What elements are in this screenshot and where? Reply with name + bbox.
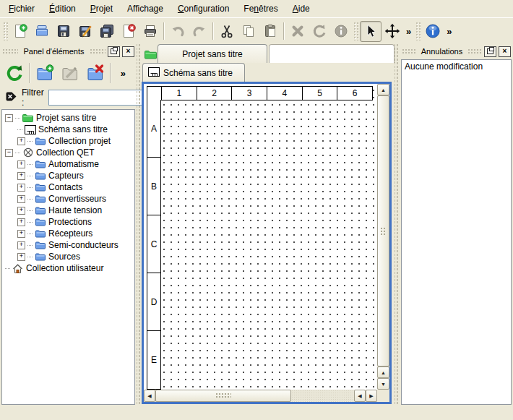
tree-item-contacts[interactable]: + Contacts — [2, 181, 134, 193]
tree-item-capteurs[interactable]: + Capteurs — [2, 170, 134, 181]
tree-item-label: Schéma sans titre — [38, 124, 109, 134]
undo-button[interactable] — [167, 21, 189, 41]
toolbar-drag-handle[interactable] — [353, 22, 358, 40]
toolbar-drag-handle[interactable] — [3, 22, 8, 40]
save-all-button[interactable] — [96, 21, 118, 41]
move-crosshair-icon — [384, 23, 400, 39]
folder-icon — [34, 253, 46, 261]
scroll-left-button[interactable]: ◀ — [354, 390, 366, 402]
vertical-scrollbar[interactable]: ▲ ▲ ▼ — [377, 84, 389, 390]
scroll-left-button[interactable]: ◀ — [144, 390, 155, 402]
copy-button[interactable] — [238, 21, 259, 41]
menu-fenetres[interactable]: Fenêtres — [236, 1, 285, 16]
menu-projet[interactable]: Projet — [83, 1, 120, 16]
about-qet-button[interactable] — [422, 21, 444, 41]
tree-item-haute-tension[interactable]: + Haute tension — [2, 205, 134, 216]
undo-panel-titlebar[interactable]: Annulations × — [400, 45, 513, 58]
tree-item-collection-projet[interactable]: + Collection projet — [2, 135, 134, 147]
undo-panel-dock: Annulations × Aucune modification — [400, 43, 513, 405]
schema-canvas[interactable] — [144, 84, 377, 390]
expand-icon[interactable]: + — [17, 230, 25, 238]
tree-item-projet-sans-titre[interactable]: − Projet sans titre — [2, 112, 134, 124]
dock-close-button[interactable]: × — [499, 46, 511, 57]
new-category-button[interactable] — [34, 62, 56, 84]
ruler-corner — [147, 87, 162, 100]
tree-item-label: Projet sans titre — [36, 113, 98, 123]
cut-button[interactable] — [216, 21, 238, 41]
splitter-right[interactable] — [395, 43, 400, 405]
info-button[interactable] — [330, 21, 352, 41]
menu-configuration[interactable]: Configuration — [171, 1, 236, 16]
menu-fichier[interactable]: Fichier — [1, 1, 42, 16]
vertical-scroll-thumb[interactable] — [377, 95, 389, 367]
tree-item-collection-utilisateur[interactable]: Collection utilisateur — [2, 262, 134, 274]
toolbar-drag-handle[interactable] — [415, 22, 421, 40]
scroll-right-button[interactable]: ▶ — [366, 390, 377, 402]
expand-icon[interactable]: + — [17, 253, 25, 261]
expand-icon[interactable]: + — [17, 172, 25, 180]
elements-panel-titlebar[interactable]: Panel d'éléments × — [0, 45, 137, 58]
close-file-button[interactable] — [118, 21, 139, 41]
expand-icon[interactable]: + — [17, 184, 25, 192]
save-button[interactable] — [53, 21, 74, 41]
tree-guide — [27, 233, 33, 234]
tree-item-semi-conducteurs[interactable]: + Semi-conducteurs — [2, 239, 134, 251]
tree-item-collection-qet[interactable]: − Collection QET — [2, 147, 134, 158]
menu-affichage[interactable]: Affichage — [120, 1, 171, 16]
toolbar-overflow-button[interactable]: » — [444, 26, 454, 37]
expand-icon[interactable]: + — [17, 218, 25, 226]
reload-icon — [5, 64, 24, 82]
folder-icon — [34, 172, 46, 180]
expand-icon[interactable]: + — [17, 207, 25, 215]
tree-guide — [27, 222, 33, 223]
toolbar-overflow-button[interactable]: » — [403, 26, 414, 37]
expand-icon[interactable]: + — [17, 137, 25, 145]
splitter-left[interactable] — [137, 43, 142, 405]
panel-toolbar-overflow-button[interactable]: » — [118, 68, 129, 79]
move-mode-button[interactable] — [381, 21, 403, 41]
scroll-up-button[interactable]: ▲ — [377, 367, 389, 378]
new-document-button[interactable] — [9, 21, 31, 41]
expand-icon[interactable]: + — [17, 195, 25, 203]
tree-item-label: Récepteurs — [48, 228, 94, 239]
scroll-down-button[interactable]: ▼ — [377, 378, 389, 390]
select-mode-button[interactable] — [360, 21, 381, 42]
paste-button[interactable] — [259, 21, 281, 41]
tree-item-protections[interactable]: + Protections — [2, 216, 134, 228]
menu-aide[interactable]: Aide — [285, 1, 317, 16]
scroll-up-button[interactable]: ▲ — [377, 84, 389, 95]
tree-item-automatisme[interactable]: + Automatisme — [2, 158, 134, 170]
expand-icon[interactable]: + — [17, 241, 25, 249]
tree-item-schema-sans-titre[interactable]: Schéma sans titre — [2, 124, 134, 135]
schema-tab-bar: Schéma sans titre — [142, 63, 395, 82]
horizontal-scrollbar[interactable]: ◀ ◀ ▶ — [144, 390, 377, 402]
dock-float-button[interactable] — [108, 46, 120, 57]
tab-projet-sans-titre[interactable]: Projet sans titre — [158, 44, 267, 63]
dock-float-button[interactable] — [484, 46, 496, 57]
delete-button[interactable] — [287, 21, 309, 41]
horizontal-scroll-track[interactable] — [291, 390, 354, 402]
collapse-icon[interactable]: − — [5, 114, 13, 122]
expand-icon[interactable]: + — [17, 160, 25, 168]
reload-collections-button[interactable] — [4, 62, 25, 84]
folder-icon — [34, 137, 46, 145]
delete-category-button[interactable] — [85, 62, 106, 84]
print-button[interactable] — [139, 21, 161, 41]
tab-schema-sans-titre[interactable]: Schéma sans titre — [142, 63, 245, 82]
save-as-button[interactable] — [74, 21, 96, 41]
tree-item-convertisseurs[interactable]: + Convertisseurs — [2, 193, 134, 205]
tree-item-sources[interactable]: + Sources — [2, 251, 134, 262]
edit-category-button[interactable] — [59, 62, 81, 84]
rotate-button[interactable] — [309, 21, 330, 41]
clear-filter-icon[interactable] — [5, 91, 17, 104]
tree-item-recepteurs[interactable]: + Récepteurs — [2, 228, 134, 239]
open-button[interactable] — [31, 21, 53, 41]
tree-guide — [27, 245, 33, 246]
menu-edition[interactable]: Édition — [42, 1, 83, 16]
row-ruler: A B C D E — [147, 100, 161, 390]
ruler-column: 4 — [267, 87, 303, 100]
collapse-icon[interactable]: − — [5, 149, 13, 157]
horizontal-scroll-thumb[interactable] — [155, 390, 291, 402]
redo-button[interactable] — [189, 21, 210, 41]
dock-close-button[interactable]: × — [122, 46, 134, 57]
